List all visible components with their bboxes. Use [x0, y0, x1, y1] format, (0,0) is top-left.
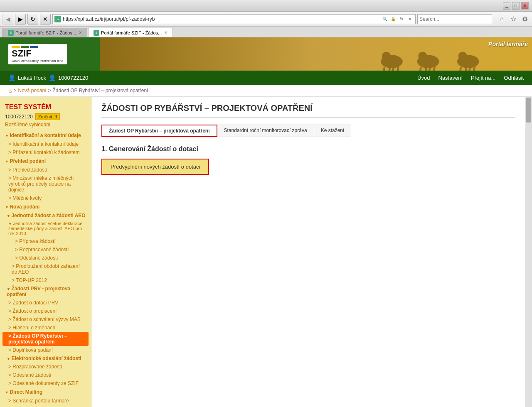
lock-icon: 🔒 — [389, 15, 397, 23]
page-content: SZIF Státní zemědělský intervenční fond … — [0, 37, 532, 407]
sidebar-item-identification[interactable]: Identifikační a kontaktní údaje — [0, 140, 91, 148]
back-button[interactable]: ◀ — [2, 14, 13, 25]
svg-point-13 — [458, 52, 467, 61]
address-actions: 🔍 🔒 ↻ ✕ — [381, 15, 414, 23]
sidebar-item-zadosti-rybarstvi[interactable]: Žádosti OP Rybářství – projektová opatře… — [2, 332, 89, 346]
advanced-search-link[interactable]: Rozšířené vyhledání — [0, 122, 91, 131]
szif-logo-text: SZIF — [12, 49, 32, 58]
browser-titlebar: _ □ ✕ — [0, 0, 532, 12]
szif-subtitle: Státní zemědělský intervenční fond — [12, 59, 64, 63]
sidebar-item-zadost-dotaci-prv[interactable]: Žádost o dotaci PRV — [0, 299, 91, 307]
search-icon[interactable]: 🔍 — [381, 15, 389, 23]
refresh-small-icon[interactable]: ↻ — [398, 15, 405, 23]
sidebar-item-odeslane-dokumenty[interactable]: Odeslané dokumenty ze SZIF — [0, 379, 91, 387]
sidebar-item-hlaseni-zmenach[interactable]: Hlášení o změnách — [0, 324, 91, 332]
szif-header-center: Portál farmáře — [100, 37, 532, 71]
search-bar-container — [417, 14, 492, 24]
szif-logo-area: SZIF Státní zemědělský intervenční fond — [0, 37, 100, 71]
sidebar-section-identification: Identifikační a kontaktní údaje Identifi… — [0, 131, 91, 157]
tab-zadost-rybarstvi[interactable]: Žádost OP Rybářství – projektová opatřen… — [101, 125, 217, 137]
sidebar-header-nova-podani[interactable]: Nová podání — [0, 202, 91, 211]
sidebar-item-mlecne-kvoty[interactable]: Mléčné kvóty — [0, 194, 91, 202]
tab-close-2[interactable]: ✕ — [164, 30, 167, 35]
sidebar-item-zadost-schvaleni[interactable]: Žádost o schválení výzvy MAS — [0, 315, 91, 324]
test-system-label: TEST SYSTÉM — [0, 100, 91, 113]
sidebar-item-priprava[interactable]: Příprava žádostí — [3, 237, 91, 245]
sidebar: TEST SYSTÉM 1000722120 Změnit JI Rozšíře… — [0, 97, 91, 407]
nav-links: Úvod Nastavení Přejít na... Odhlásit — [417, 75, 524, 81]
breadcrumb-nova-podani[interactable]: Nová podání — [18, 88, 46, 93]
sidebar-item-prodlouzeni[interactable]: Prodloužení období zařazení do AEO — [3, 262, 91, 276]
nav-bar: 👤 Lukáš Hock 👤 1000722120 Úvod Nastavení… — [0, 71, 532, 85]
section-title: 1. Generování Žádostí o dotaci — [101, 145, 515, 153]
sidebar-header-prehled[interactable]: Přehled podání — [0, 157, 91, 166]
stripe-yellow — [12, 46, 20, 48]
nav-nastaveni[interactable]: Nastavení — [438, 75, 463, 81]
svg-line-8 — [420, 67, 421, 71]
tab-favicon-2: S — [94, 30, 99, 36]
stripe-green — [21, 46, 29, 48]
refresh-button[interactable]: ↻ — [27, 14, 38, 25]
close-small-icon[interactable]: ✕ — [406, 15, 414, 23]
tab-favicon-1: S — [8, 30, 14, 36]
sidebar-header-direct-mailing[interactable]: Direct Mailing — [0, 387, 91, 397]
nav-prejit[interactable]: Přejít na... — [471, 75, 495, 81]
svg-line-2 — [384, 67, 384, 71]
predvyplneni-button[interactable]: Předvyplnění nových žádostí o dotaci — [101, 159, 209, 175]
page-title: ŽÁDOSTI OP RYBÁŘSTVÍ – PROJEKTOVÁ OPATŘE… — [101, 103, 515, 118]
nav-uvod[interactable]: Úvod — [417, 75, 430, 81]
breadcrumb-home-icon[interactable]: ⌂ — [8, 87, 12, 94]
maximize-button[interactable]: □ — [512, 2, 520, 10]
nav-odhlasit[interactable]: Odhlásit — [504, 75, 524, 81]
stop-button[interactable]: ✕ — [40, 14, 51, 25]
sidebar-item-topup[interactable]: TOP-UP 2012 — [3, 276, 91, 284]
sidebar-item-rozpracovane-1[interactable]: Rozpracované žádosti — [3, 245, 91, 254]
favorites-icon[interactable]: ☆ — [509, 15, 518, 24]
sidebar-item-odeslane-2[interactable]: Odeslané žádosti — [0, 371, 91, 379]
sidebar-item-odeslane-1[interactable]: Odeslané žádosti — [3, 254, 91, 262]
cattle-silhouette — [370, 42, 515, 71]
svg-point-7 — [418, 52, 427, 61]
sidebar-subsection-prv[interactable]: Žádosti PRV - projektová opatření — [0, 284, 91, 299]
tools-icon[interactable]: ⚙ — [520, 15, 530, 24]
close-button[interactable]: ✕ — [521, 2, 529, 10]
forward-button[interactable]: ▶ — [15, 14, 26, 25]
address-bar[interactable] — [63, 16, 379, 22]
svg-line-11 — [434, 66, 435, 71]
breadcrumb-separator-2: > — [48, 88, 51, 93]
home-icon[interactable]: ⌂ — [497, 15, 506, 24]
sidebar-subsection-elektronicke[interactable]: Elektronické odeslání žádosti — [0, 354, 91, 363]
change-ji-button[interactable]: Změnit JI — [35, 113, 60, 120]
tab-2[interactable]: S Portál farmáře SZIF - Žádos... ✕ — [88, 28, 173, 37]
tab-ke-stazeni[interactable]: Ke stažení — [314, 125, 352, 137]
nav-user-id: 1000722120 — [58, 75, 88, 81]
sidebar-item-prehled-zadosti[interactable]: Přehled žádostí — [0, 166, 91, 174]
sidebar-item-mnozstvi-mleka[interactable]: Množství mléka z mléčných výrobků pro úč… — [0, 174, 91, 194]
sidebar-item-contacts[interactable]: Přiřazení kontaktů k žádostem — [0, 148, 91, 157]
scrollbar[interactable] — [525, 97, 532, 407]
sidebar-item-doplnkova[interactable]: Doplňková podání — [0, 346, 91, 354]
sidebar-subsection-jednotna-deklarace[interactable]: Jednotná žádost včetně deklarace zeměděl… — [3, 220, 91, 237]
user-icon: 👤 — [8, 74, 15, 81]
sidebar-header-identification[interactable]: Identifikační a kontaktní údaje — [0, 131, 91, 140]
browser-search-input[interactable] — [419, 16, 490, 22]
site-icon: S — [54, 16, 61, 22]
tab-close-1[interactable]: ✕ — [79, 30, 82, 35]
sidebar-item-zadost-proplaceni[interactable]: Žádost o proplacení — [0, 307, 91, 315]
content-area: ŽÁDOSTI OP RYBÁŘSTVÍ – PROJEKTOVÁ OPATŘE… — [91, 97, 525, 407]
svg-line-15 — [466, 67, 466, 71]
sidebar-item-rozpracovane-2[interactable]: Rozpracované žádosti — [0, 363, 91, 371]
sidebar-section-nova-podani: Nová podání Jednotná žádost a žádosti AE… — [0, 202, 91, 387]
svg-line-9 — [426, 67, 426, 71]
breadcrumb-current: Žádosti OP Rybářství – projektová opatře… — [53, 88, 148, 93]
szif-header: SZIF Státní zemědělský intervenční fond … — [0, 37, 532, 71]
sidebar-item-schranka[interactable]: Schránka portálu farmáře — [0, 397, 91, 405]
scroll-thumb[interactable] — [526, 98, 531, 123]
svg-line-14 — [460, 67, 461, 71]
address-bar-container: S 🔍 🔒 ↻ ✕ — [52, 14, 416, 24]
tab-1[interactable]: S Portál farmáře SZIF - Žádos... ✕ — [2, 28, 87, 37]
minimize-button[interactable]: _ — [503, 2, 510, 10]
sidebar-subsection-jednotna[interactable]: Jednotná žádost a žádosti AEO — [0, 211, 91, 220]
browser-frame: _ □ ✕ ◀ ▶ ↻ ✕ S 🔍 🔒 ↻ ✕ ⌂ ☆ ⚙ — [0, 0, 532, 407]
tab-standardni-zprava[interactable]: Standardní roční monitorovací zpráva — [217, 125, 314, 137]
